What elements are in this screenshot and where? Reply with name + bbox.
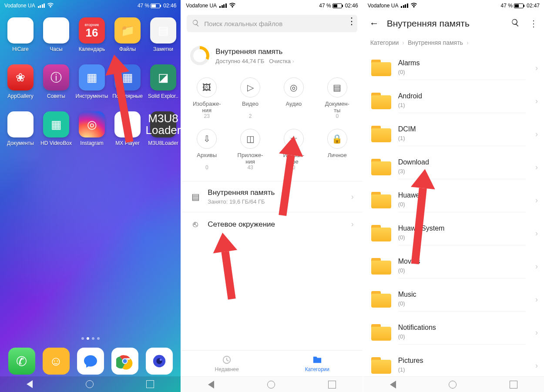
- chevron-right-icon: ›: [535, 262, 538, 271]
- nav-recent-icon[interactable]: [510, 381, 517, 389]
- cleanup-link[interactable]: Очистка: [269, 58, 291, 64]
- app-Документы[interactable]: ▤Документы: [3, 111, 38, 146]
- app-Популярные[interactable]: ▦Популярные: [110, 64, 145, 99]
- chevron-right-icon: ›: [535, 196, 538, 205]
- nav-home-icon[interactable]: [449, 381, 457, 389]
- folder-Music[interactable]: Music(0)›: [363, 283, 544, 316]
- category-Докумен-
ты[interactable]: ▤Докумен-ты0: [316, 77, 359, 119]
- app-Instagram[interactable]: ◎Instagram: [74, 111, 110, 146]
- network-row[interactable]: ⎋ Сетевое окружение ›: [181, 212, 362, 236]
- back-icon[interactable]: ←: [369, 18, 379, 29]
- storage-summary[interactable]: Внутренняя память Доступно 44,74 ГБ Очис…: [181, 36, 362, 73]
- category-count: 2: [249, 113, 252, 119]
- folder-Android[interactable]: Android(1)›: [363, 84, 544, 117]
- app-label: Календарь: [74, 46, 110, 52]
- app-MX Player[interactable]: ▶MX Player: [110, 111, 145, 146]
- tab-recent[interactable]: Недавнее: [181, 351, 272, 376]
- nav-recent-icon[interactable]: [328, 381, 336, 389]
- messages-app[interactable]: [77, 348, 104, 375]
- app-M3U8Loader[interactable]: M3U8 LoaderM3U8Loader: [145, 111, 181, 146]
- storage-icon: ▤: [190, 191, 201, 202]
- files-app: Vodafone UA 47 % 02:46 Поиск локальных ф…: [181, 0, 362, 392]
- nav-recent-icon[interactable]: [146, 380, 154, 388]
- app-icon: ▶: [114, 111, 141, 137]
- app-Советы[interactable]: ⓘСоветы: [38, 64, 74, 99]
- chevron-right-icon: ›: [535, 361, 538, 370]
- nav-back-icon[interactable]: [208, 381, 214, 389]
- folder-count: (0): [398, 300, 526, 307]
- category-label: Приложе-ния: [238, 152, 263, 164]
- folder-name: Android: [398, 92, 526, 100]
- category-Личное[interactable]: 🔒Личное: [316, 129, 359, 171]
- nav-bar: [181, 376, 362, 392]
- phone-app[interactable]: ✆: [8, 348, 35, 375]
- signal-icon: [219, 3, 227, 8]
- category-icon: ◫: [240, 129, 260, 149]
- category-Аудио[interactable]: ◎Аудио: [272, 77, 316, 119]
- more-icon[interactable]: ⋮: [529, 18, 538, 29]
- folder-icon: [371, 357, 391, 374]
- folder-Huawei[interactable]: Huawei(0)›: [363, 184, 544, 217]
- nav-home-icon[interactable]: [86, 380, 94, 388]
- app-HD VideoBox[interactable]: ▦HD VideoBox: [38, 111, 74, 146]
- nav-home-icon[interactable]: [267, 381, 275, 389]
- category-icon: 🔒: [327, 129, 347, 149]
- search-input[interactable]: Поиск локальных файлов: [187, 15, 357, 32]
- folder-icon: [371, 225, 391, 241]
- folder-icon: [371, 126, 391, 142]
- category-icon: ⇩: [197, 129, 217, 149]
- search-icon[interactable]: [511, 18, 520, 29]
- tab-categories[interactable]: Категории: [272, 351, 363, 376]
- camera-app[interactable]: [146, 348, 173, 375]
- category-Изображе-
ния[interactable]: 🖼Изображе-ния23: [185, 77, 228, 119]
- chrome-app[interactable]: [111, 348, 138, 375]
- app-icon: ◎: [79, 111, 105, 137]
- folder-Download[interactable]: Download(3)›: [363, 151, 544, 184]
- category-Избран-
ное[interactable]: ☆Избран-ное0: [272, 129, 316, 171]
- app-icon: ▦: [43, 111, 69, 137]
- crumb-categories[interactable]: Категории: [370, 39, 399, 46]
- app-AppGallery[interactable]: ❀AppGallery: [3, 64, 38, 99]
- category-icon: 🖼: [197, 77, 217, 97]
- clock: 02:47: [527, 3, 540, 9]
- chevron-right-icon: ›: [292, 58, 294, 64]
- category-icon: ☆: [284, 129, 304, 149]
- folder-DCIM[interactable]: DCIM(1)›: [363, 117, 544, 151]
- app-icon: ▤: [150, 17, 176, 44]
- chevron-right-icon: ›: [351, 192, 354, 201]
- app-HiCare[interactable]: ♡HiCare: [3, 17, 38, 52]
- app-label: Часы: [38, 46, 74, 52]
- folder-count: (0): [398, 267, 526, 274]
- folder-Notifications[interactable]: Notifications(0)›: [363, 316, 544, 349]
- app-label: AppGallery: [3, 93, 38, 99]
- category-Видео[interactable]: ▷Видео2: [228, 77, 272, 119]
- more-icon[interactable]: ⋮: [347, 16, 356, 27]
- contacts-app[interactable]: ☺: [43, 348, 70, 375]
- category-label: Аудио: [286, 101, 302, 113]
- folder-Alarms[interactable]: Alarms(0)›: [363, 51, 544, 84]
- app-label: HiCare: [3, 46, 38, 52]
- crumb-internal[interactable]: Внутренняя память: [408, 39, 463, 46]
- app-icon: 📁: [114, 17, 141, 44]
- nav-back-icon[interactable]: [390, 381, 396, 389]
- app-Solid Explor..[interactable]: ◪Solid Explor..: [145, 64, 181, 99]
- home-screen: Vodafone UA 47 % 02:46 ♡HiCare◷Часывторн…: [0, 0, 181, 392]
- app-Инструменты[interactable]: ▦Инструменты: [74, 64, 110, 99]
- internal-storage-row[interactable]: ▤ Внутренняя память Занято: 19,6 ГБ/64 Г…: [181, 181, 362, 212]
- storage-title: Внутренняя память: [215, 47, 294, 56]
- chevron-right-icon: ›: [535, 295, 538, 304]
- app-Файлы[interactable]: 📁Файлы: [110, 17, 145, 52]
- app-Заметки[interactable]: ▤Заметки: [145, 17, 181, 52]
- category-Приложе-
ния[interactable]: ◫Приложе-ния43: [228, 129, 272, 171]
- app-Часы[interactable]: ◷Часы: [38, 17, 74, 52]
- category-Архивы[interactable]: ⇩Архивы0: [185, 129, 228, 171]
- app-Календарь[interactable]: вторник16Календарь: [74, 17, 110, 52]
- folder-name: DCIM: [398, 125, 526, 133]
- breadcrumb: Категории › Внутренняя память ›: [363, 36, 544, 51]
- nav-back-icon[interactable]: [27, 380, 33, 388]
- folder-Movies[interactable]: Movies(0)›: [363, 250, 544, 283]
- category-count: 0: [205, 164, 208, 171]
- category-count: 43: [247, 164, 253, 171]
- folder-HuaweiSystem[interactable]: HuaweiSystem(0)›: [363, 217, 544, 250]
- folder-count: (1): [398, 135, 526, 141]
